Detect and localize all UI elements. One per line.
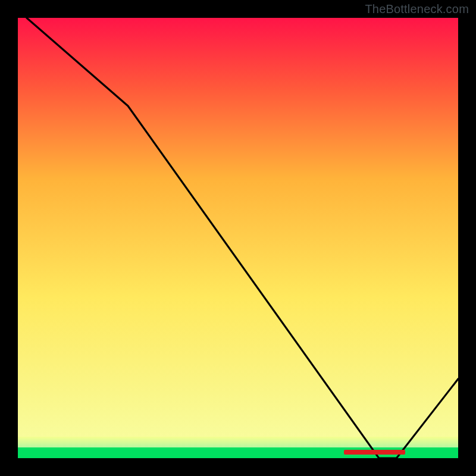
chart-line-layer	[18, 18, 458, 458]
watermark-text: TheBottleneck.com	[365, 2, 469, 16]
chart-frame	[18, 18, 458, 458]
bottleneck-curve-line	[27, 18, 458, 458]
optimal-range-marker	[344, 450, 406, 455]
page-root: TheBottleneck.com	[0, 0, 476, 476]
